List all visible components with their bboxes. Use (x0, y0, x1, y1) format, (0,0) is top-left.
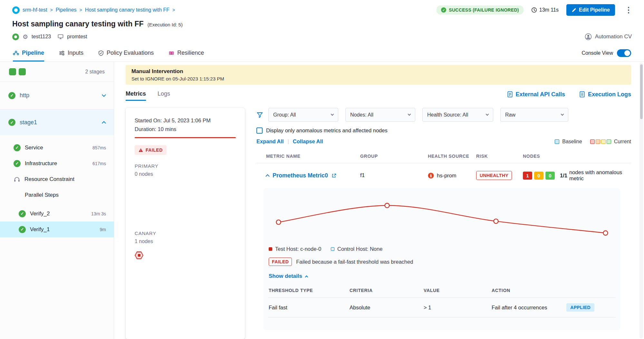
breadcrumb-pipeline-link[interactable]: Host sampling canary testing with FF (85, 7, 169, 13)
breadcrumb-separator: > (80, 7, 82, 13)
nodes-filter-select[interactable]: Nodes: All (345, 108, 415, 122)
breadcrumb-project-link[interactable]: srm-hf-test (23, 7, 47, 13)
node-health-counts: 1 0 0 1/1 nodes with anomalous metric (523, 169, 631, 182)
stage-stage1-label: stage1 (20, 119, 37, 126)
expand-all-link[interactable]: Expand All (256, 138, 284, 145)
warning-triangle-icon (139, 148, 143, 152)
current-legend-label: Current (614, 139, 631, 145)
banner-title: Manual Intervention (131, 68, 625, 75)
filter-funnel-icon[interactable] (256, 112, 263, 118)
unhealthy-node-count: 1 (523, 172, 532, 180)
success-check-icon: ✓ (14, 144, 21, 151)
step-duration: 9m (100, 227, 106, 232)
success-check-icon: ✓ (14, 160, 21, 167)
step-service[interactable]: ✓ Service 857ms (0, 140, 114, 155)
current-red-swatch (590, 139, 595, 144)
step-resource-constraint[interactable]: Resource Constraint (0, 171, 114, 187)
pencil-icon (572, 8, 576, 13)
shield-check-icon (98, 50, 104, 56)
sidebar-stage-http[interactable]: ✓ http (0, 82, 114, 109)
step-label: Verify_2 (30, 211, 50, 217)
page-title: Host sampling canary testing with FF (12, 20, 144, 28)
collapse-metric-chevron[interactable] (265, 174, 270, 178)
execution-id: (Execution Id: 5) (148, 22, 183, 27)
chevron-down-icon (561, 113, 564, 116)
healthy-node-count: 0 (545, 172, 555, 180)
environment-icon (58, 34, 63, 39)
host-legend: Test Host: c-node-0 Control Host: None (268, 246, 616, 252)
threshold-table-header: THRESHOLD TYPE CRITERIA VALUE ACTION (268, 288, 616, 298)
baseline-legend-label: Baseline (562, 139, 582, 145)
success-check-icon: ✓ (441, 7, 446, 13)
step-parallel-steps[interactable]: Parallel Steps (0, 187, 114, 203)
anomalous-only-label: Display only anomalous metrics and affec… (266, 127, 388, 134)
sidebar-stage-stage1[interactable]: ✓ stage1 (0, 109, 114, 135)
service-icon (12, 33, 19, 40)
canary-node-hexagon[interactable] (135, 251, 143, 259)
app-window: srm-hf-test > Pipelines > Host sampling … (0, 0, 644, 339)
tab-pipeline[interactable]: Pipeline (13, 50, 44, 61)
elapsed-time: 13m 11s (531, 7, 559, 13)
show-details-link[interactable]: Show details (268, 273, 616, 279)
main-tab-bar: Pipeline Inputs Policy Evaluations Resil… (0, 43, 644, 61)
breadcrumb-separator: > (172, 7, 175, 13)
vertical-scrollbar[interactable] (639, 62, 643, 338)
kebab-menu-icon[interactable]: ⋮ (623, 5, 634, 14)
step-verify-1[interactable]: ✓ Verify_1 9m (0, 221, 114, 237)
scrollbar-thumb[interactable] (640, 64, 643, 119)
data-mode-select[interactable]: Raw (500, 108, 568, 122)
current-orange-swatch (596, 139, 600, 144)
external-link-icon[interactable] (332, 173, 336, 178)
chevron-down-icon (331, 113, 334, 116)
tab-logs[interactable]: Logs (158, 90, 170, 101)
col-action: ACTION (492, 288, 616, 293)
execution-logs-link[interactable]: Execution Logs (579, 91, 631, 98)
banner-subtitle: Set to IGNORE on 05-Jul-2023 1:15:23 PM (131, 76, 625, 81)
show-details-label: Show details (269, 273, 302, 279)
tab-metrics[interactable]: Metrics (126, 90, 146, 101)
stage-count-label: 2 stages (85, 69, 105, 75)
elapsed-time-value: 13m 11s (539, 7, 559, 13)
tab-inputs[interactable]: Inputs (59, 50, 83, 61)
warning-node-count: 0 (534, 172, 543, 180)
collapse-all-link[interactable]: Collapse All (293, 138, 323, 145)
step-verify-2[interactable]: ✓ Verify_2 13m 3s (0, 206, 114, 221)
step-label: Service (25, 145, 43, 151)
step-label: Resource Constraint (24, 176, 74, 183)
tab-resilience[interactable]: Resilience (168, 50, 204, 61)
step-duration: 617ms (92, 161, 106, 166)
metrics-analysis-area: Group: All Nodes: All Health Source: All (256, 108, 631, 339)
metric-name-link[interactable]: Prometheus Metric0 (273, 172, 328, 179)
duration: Duration: 10 mins (135, 126, 236, 132)
breadcrumb-pipelines-link[interactable]: Pipelines (56, 7, 77, 13)
anomalous-only-checkbox[interactable] (256, 127, 263, 134)
primary-node-count: 0 nodes (135, 171, 236, 177)
breadcrumb: srm-hf-test > Pipelines > Host sampling … (12, 6, 175, 14)
tab-policy-evaluations[interactable]: Policy Evaluations (98, 50, 154, 61)
edit-pipeline-button[interactable]: Edit Pipeline (566, 4, 615, 16)
tab-resilience-label: Resilience (177, 50, 204, 56)
control-host-label: Control Host: None (337, 246, 382, 252)
threshold-table-row: Fail fast Absolute > 1 Fail after 4 occu… (268, 298, 616, 317)
tab-pipeline-label: Pipeline (22, 50, 44, 56)
applied-badge: APPLIED (566, 303, 594, 312)
status-badge-label: SUCCESS (FAILURE IGNORED) (449, 7, 519, 13)
external-api-calls-link[interactable]: External API Calls (507, 91, 565, 98)
api-document-icon (507, 91, 513, 98)
verification-status-label: FAILED (146, 147, 163, 153)
step-infrastructure[interactable]: ✓ Infrastructure 617ms (0, 155, 114, 171)
console-view-label: Console View (582, 50, 613, 56)
col-threshold-type: THRESHOLD TYPE (269, 288, 350, 293)
group-filter-select[interactable]: Group: All (268, 108, 338, 122)
console-view-toggle[interactable] (617, 49, 631, 57)
current-green-swatch (607, 139, 611, 144)
inputs-icon (59, 51, 65, 56)
harness-logo-icon[interactable] (12, 6, 20, 14)
stage-count-row: 2 stages (0, 62, 114, 82)
value-value: > 1 (424, 305, 492, 311)
step-label: Infrastructure (25, 160, 57, 167)
canary-node-hexagon-inner (136, 252, 143, 259)
health-source-filter-select[interactable]: Health Source: All (422, 108, 493, 122)
stage-http-label: http (20, 92, 29, 99)
anomalous-node-note: nodes with anomalous metric (569, 169, 631, 182)
